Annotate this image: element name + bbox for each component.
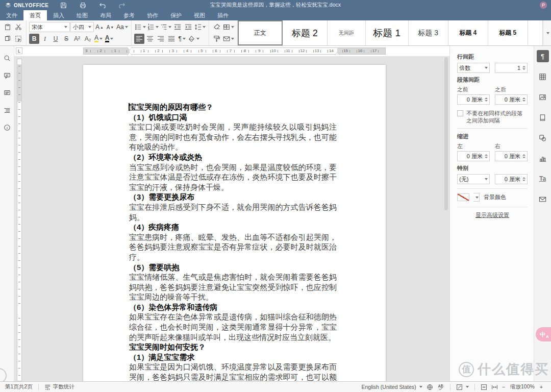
doc-heading[interactable]: （5）需要哄抱 xyxy=(129,262,337,273)
fit-page-button[interactable] xyxy=(479,382,489,392)
paste-button[interactable] xyxy=(3,22,13,32)
spinner-arrows-icon[interactable] xyxy=(522,66,525,70)
doc-paragraph[interactable]: 当宝宝感到冷或热时，也会哭闹，如果是温度较低的环境，要注意宝宝体温是否过低或存在… xyxy=(129,162,337,192)
left-indent-marker[interactable] xyxy=(127,53,132,56)
undo-button[interactable] xyxy=(96,1,109,10)
special-indent-spinner[interactable]: 0 厘米 xyxy=(495,174,528,184)
document-content[interactable]: 宝宝哭闹的原因有哪些？ （1）饥饿或口渴 宝宝口渴或要吃奶时会哭闹，哭声能持续较… xyxy=(83,65,386,381)
background-color-swatch[interactable] xyxy=(457,193,469,201)
copy-style-button[interactable] xyxy=(212,34,222,44)
tab-view[interactable]: 视图 xyxy=(188,10,211,20)
chat-button[interactable] xyxy=(2,88,12,98)
doc-paragraph[interactable]: 宝宝在排泄后感受到下身不适，就会用哭闹的方式告诉爸爸妈妈。 xyxy=(129,202,337,222)
mailmerge-settings-tab[interactable] xyxy=(537,193,549,205)
spinner-arrows-icon[interactable] xyxy=(522,154,525,158)
advanced-settings-link[interactable]: 显示高级设置 xyxy=(457,211,528,219)
style-heading4[interactable]: 标题 4 xyxy=(448,20,488,45)
checkbox[interactable] xyxy=(457,110,463,116)
doc-paragraph[interactable]: 宝宝口渴或要吃奶时会哭闹，哭声能持续较久以吸引妈妈注意，哭闹的同时也有觅食动作，… xyxy=(129,122,337,152)
decrease-indent-button[interactable] xyxy=(172,22,183,32)
bold-button[interactable]: B xyxy=(29,34,39,44)
first-line-indent-marker[interactable] xyxy=(127,47,132,50)
spacing-before-spinner[interactable]: 0 厘米 xyxy=(457,94,490,105)
multilevel-list-button[interactable] xyxy=(160,22,172,32)
style-heading3[interactable]: 标题 3 xyxy=(409,20,448,45)
zoom-in-button[interactable]: + xyxy=(538,382,548,392)
decrease-font-button[interactable]: A▼ xyxy=(105,22,115,32)
print-button[interactable] xyxy=(77,1,90,10)
tabstop-selector[interactable]: L xyxy=(16,47,22,54)
page-number-indicator[interactable]: 第1页共2页 xyxy=(0,382,35,392)
paragraph-settings-tab[interactable]: ¶ xyxy=(537,50,549,62)
user-avatar[interactable]: P xyxy=(540,2,547,9)
comments-button[interactable] xyxy=(2,70,12,81)
color-scheme-button[interactable] xyxy=(222,22,235,32)
about-button[interactable] xyxy=(2,122,12,133)
tab-references[interactable]: 参考 xyxy=(117,10,141,20)
spinner-arrows-icon[interactable] xyxy=(522,177,525,181)
shape-settings-tab[interactable] xyxy=(537,132,549,144)
scrollbar-thumb[interactable] xyxy=(444,57,448,210)
doc-heading[interactable]: （3）需要更换尿布 xyxy=(129,192,337,202)
special-indent-select[interactable]: (无) xyxy=(457,174,490,184)
spinner-arrows-icon[interactable] xyxy=(485,97,488,102)
spinner-arrows-icon[interactable] xyxy=(485,154,488,158)
background-color-dropdown[interactable] xyxy=(473,193,480,202)
textart-settings-tab[interactable]: Ta xyxy=(537,173,549,185)
search-button[interactable] xyxy=(2,53,12,63)
select-all-button[interactable] xyxy=(13,34,23,44)
line-spacing-type-select[interactable]: 倍数 xyxy=(457,63,490,73)
tab-plugins[interactable]: 插件 xyxy=(211,10,235,20)
tab-draw[interactable]: 绘图 xyxy=(70,10,94,20)
document-scrollbar[interactable] xyxy=(444,57,448,380)
right-indent-marker[interactable] xyxy=(335,52,340,55)
superscript-button[interactable]: A² xyxy=(72,34,82,44)
fit-width-button[interactable] xyxy=(489,382,500,392)
style-normal[interactable]: 正文 xyxy=(238,20,283,45)
language-select[interactable]: English (United States) xyxy=(359,382,424,392)
justify-button[interactable] xyxy=(166,34,177,44)
subscript-button[interactable]: A₂ xyxy=(83,34,93,44)
indent-left-spinner[interactable]: 0 厘米 xyxy=(457,151,490,161)
align-right-button[interactable] xyxy=(156,34,166,44)
style-heading1[interactable]: 标题 1 xyxy=(366,20,409,45)
zoom-level-indicator[interactable]: 缩放100% xyxy=(507,382,538,392)
doc-heading[interactable]: （1）满足宝宝需求 xyxy=(129,352,337,362)
horizontal-ruler[interactable]: 3211234567891011121314151617 xyxy=(83,47,386,55)
highlight-color-button[interactable]: A xyxy=(93,34,104,44)
align-left-button[interactable] xyxy=(134,34,144,44)
same-style-spacing-checkbox-row[interactable]: 不要在相同样式的段落之间添加间隔 xyxy=(457,110,528,124)
doc-heading[interactable]: （2）环境寒冷或炎热 xyxy=(129,152,337,162)
increase-indent-button[interactable] xyxy=(183,22,193,32)
style-heading5[interactable]: 标题 5 xyxy=(488,20,528,45)
tab-file[interactable]: 文件 xyxy=(0,10,23,20)
zoom-out-button[interactable]: − xyxy=(500,382,507,392)
spellcheck-button[interactable] xyxy=(435,382,446,392)
increase-font-button[interactable]: A▲ xyxy=(94,22,105,32)
clear-style-button[interactable] xyxy=(212,22,222,32)
save-button[interactable] xyxy=(57,1,70,10)
tab-collaboration[interactable]: 协作 xyxy=(141,10,164,20)
indent-right-spinner[interactable]: 0 厘米 xyxy=(495,151,528,161)
doc-heading[interactable]: 宝宝哭闹时如何安抚？ xyxy=(129,342,337,352)
table-settings-tab[interactable] xyxy=(537,70,549,83)
translate-button[interactable]: 中 A xyxy=(536,327,551,341)
style-heading2[interactable]: 标题 2 xyxy=(283,20,328,45)
doc-paragraph[interactable]: 如果宝宝是因为口渴饥饿、环境温度异常以及需要更换尿布而哭闹，爸爸妈妈只需及时满足… xyxy=(129,362,337,381)
doc-paragraph[interactable]: 如果宝宝存在染色体异常或是遗传病，如猫叫综合征和德朗热综合征，也会长时间哭闹，这… xyxy=(129,312,337,342)
line-spacing-value-spinner[interactable]: 1 xyxy=(495,63,528,73)
tab-protection[interactable]: 保护 xyxy=(164,10,188,20)
cut-button[interactable] xyxy=(13,22,23,32)
font-size-select[interactable]: 小四 xyxy=(70,22,94,32)
underline-button[interactable]: U xyxy=(51,34,61,44)
header-footer-settings-tab[interactable] xyxy=(537,111,549,124)
tab-home[interactable]: 首页 xyxy=(23,10,47,20)
align-center-button[interactable] xyxy=(145,34,155,44)
document-page[interactable]: 宝宝哭闹的原因有哪些？ （1）饥饿或口渴 宝宝口渴或要吃奶时会哭闹，哭声能持续较… xyxy=(83,65,386,381)
track-changes-button[interactable] xyxy=(454,382,471,392)
image-settings-tab[interactable] xyxy=(537,91,549,103)
font-color-button[interactable]: A xyxy=(104,34,114,44)
doc-heading[interactable]: （1）饥饿或口渴 xyxy=(129,112,337,122)
navigation-button[interactable] xyxy=(2,105,12,115)
doc-heading[interactable]: 宝宝哭闹的原因有哪些？ xyxy=(129,102,337,112)
